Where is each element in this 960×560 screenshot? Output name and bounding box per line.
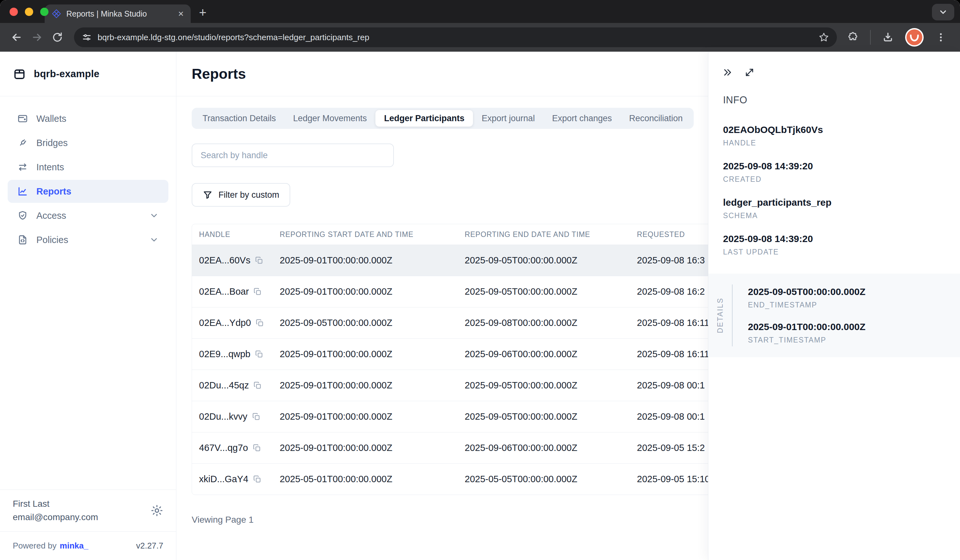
back-button[interactable] [8,29,26,46]
minimize-window-button[interactable] [25,8,33,16]
details-entry-start: 2025-09-01T00:00:00.000Z START_TIMESTAMP [748,322,866,344]
profile-avatar[interactable] [905,28,924,46]
file-code-icon [17,234,28,245]
row-end: 2025-09-05T00:00:00.000Z [458,401,630,432]
toolbar-actions [844,28,952,46]
kebab-menu-icon [936,32,946,43]
tab-search-button[interactable] [932,4,954,21]
app-version: v2.27.7 [136,541,163,551]
sidebar-item-label: Bridges [36,138,67,148]
copy-icon[interactable] [252,412,261,421]
row-handle: 02EA...60Vs [199,255,250,266]
filter-by-custom-button[interactable]: Filter by custom [192,183,290,206]
info-label: SCHEMA [723,211,960,220]
table-row[interactable]: 02E9...qwpb 2025-09-01T00:00:00.000Z 202… [192,338,769,370]
new-tab-button[interactable]: + [199,5,206,20]
row-handle: 02EA...Boar [199,286,249,297]
page-title: Reports [192,66,246,82]
minka-avatar-icon [905,28,924,46]
wallet-icon [17,113,28,124]
powered-row: Powered by minka_ v2.27.7 [0,531,176,560]
browser-menu-button[interactable] [932,29,950,46]
sidebar-item-label: Intents [36,162,64,173]
url-text[interactable]: bqrb-example.ldg-stg.one/studio/reports?… [98,32,813,42]
row-start: 2025-05-01T00:00:00.000Z [273,463,458,494]
sidebar-item-label: Wallets [36,114,66,124]
table-row[interactable]: xkiD...GaY4 2025-05-01T00:00:00.000Z 202… [192,463,769,494]
browser-tabstrip: Reports | Minka Studio × + [0,0,960,23]
column-header-start: REPORTING START DATE AND TIME [273,224,458,245]
tab-transaction-details[interactable]: Transaction Details [194,110,285,126]
toolbar-divider [870,30,871,45]
copy-icon[interactable] [253,381,262,390]
forward-arrow-icon [31,31,43,43]
table-row[interactable]: 02Du...45qz 2025-09-01T00:00:00.000Z 202… [192,370,769,401]
url-bar[interactable]: bqrb-example.ldg-stg.one/studio/reports?… [74,27,837,47]
forward-button[interactable] [28,29,46,46]
sidebar-nav: Wallets Bridges Intents [0,96,176,251]
copy-icon[interactable] [253,475,262,483]
shield-check-icon [17,210,28,221]
search-input[interactable] [192,144,394,167]
sidebar-item-wallets[interactable]: Wallets [8,107,168,130]
filter-button-label: Filter by custom [218,190,279,200]
report-tabs: Transaction Details Ledger Movements Led… [192,108,694,129]
site-settings-icon[interactable] [82,32,92,42]
sidebar-item-label: Policies [36,235,68,245]
expand-panel-button[interactable] [744,67,755,78]
info-entry-created: 2025-09-08 14:39:20 CREATED [723,161,960,184]
sidebar-item-reports[interactable]: Reports [8,180,168,203]
info-heading: INFO [723,94,960,106]
info-label: CREATED [723,175,960,184]
copy-icon[interactable] [256,318,264,327]
downloads-button[interactable] [879,29,897,46]
puzzle-icon [847,32,859,43]
chart-line-icon [17,186,28,197]
chevron-down-icon[interactable] [149,235,159,245]
reload-button[interactable] [48,29,66,46]
table-row[interactable]: 02EA...60Vs 2025-09-01T00:00:00.000Z 202… [192,245,769,276]
gear-icon [150,504,163,517]
favicon-minka-icon [52,9,61,19]
tab-export-changes[interactable]: Export changes [544,110,621,126]
close-window-button[interactable] [10,8,18,16]
sidebar-item-access[interactable]: Access [8,204,168,227]
collapse-panel-button[interactable] [722,67,733,78]
chevron-down-icon[interactable] [149,211,159,220]
copy-icon[interactable] [253,443,261,452]
back-arrow-icon [11,31,22,43]
maximize-window-button[interactable] [40,8,48,16]
tab-export-journal[interactable]: Export journal [473,110,544,126]
browser-tab[interactable]: Reports | Minka Studio × [45,5,191,23]
sidebar-item-policies[interactable]: Policies [8,228,168,251]
tab-ledger-movements[interactable]: Ledger Movements [285,110,375,126]
details-label-text: END_TIMESTAMP [748,301,866,309]
ledger-brand[interactable]: bqrb-example [0,52,176,96]
sidebar-item-intents[interactable]: Intents [8,156,168,179]
row-handle: 467V...qg7o [199,443,248,453]
copy-icon[interactable] [255,256,264,265]
bookmark-star-icon[interactable] [818,32,829,43]
info-entry-handle: 02EAObOQLbTjk60Vs HANDLE [723,124,960,147]
minka-link[interactable]: minka_ [60,541,88,551]
row-start: 2025-09-01T00:00:00.000Z [273,245,458,276]
chevron-down-icon [938,7,948,17]
user-email: email@company.com [13,512,150,522]
copy-icon[interactable] [253,287,262,296]
table-row[interactable]: 02EA...Boar 2025-09-01T00:00:00.000Z 202… [192,276,769,307]
settings-button[interactable] [150,504,163,517]
table-row[interactable]: 02EA...Ydp0 2025-09-05T00:00:00.000Z 202… [192,307,769,338]
row-start: 2025-09-01T00:00:00.000Z [273,370,458,401]
table-row[interactable]: 467V...qg7o 2025-09-01T00:00:00.000Z 202… [192,432,769,463]
close-tab-icon[interactable]: × [178,9,184,19]
extensions-button[interactable] [844,29,862,46]
info-value: 2025-09-08 14:39:20 [723,234,960,244]
sidebar-item-bridges[interactable]: Bridges [8,131,168,154]
tab-ledger-participants[interactable]: Ledger Participants [375,110,473,126]
table-row[interactable]: 02Du...kvvy 2025-09-01T00:00:00.000Z 202… [192,401,769,432]
row-end: 2025-09-06T00:00:00.000Z [458,432,630,463]
copy-icon[interactable] [255,350,264,358]
tab-reconciliation[interactable]: Reconciliation [621,110,691,126]
download-icon [882,31,894,43]
funnel-icon [203,190,213,200]
